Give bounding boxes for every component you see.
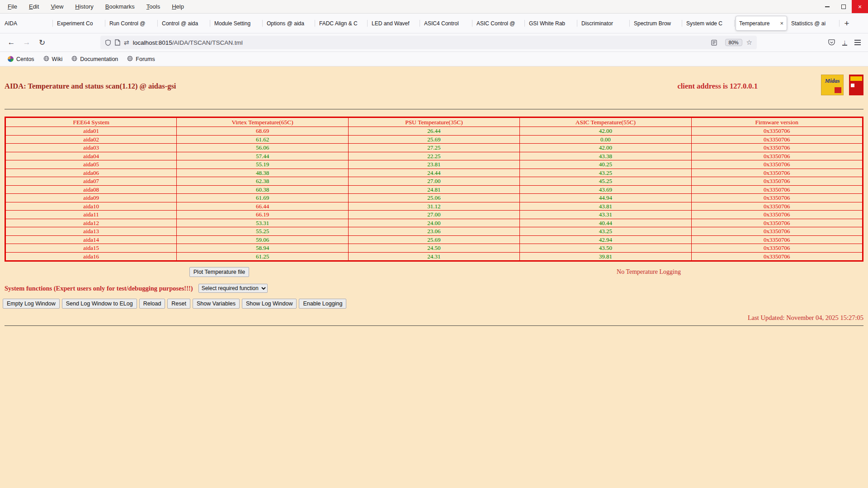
tab-options-aida[interactable]: Options @ aida bbox=[264, 16, 315, 31]
tab-run-control[interactable]: Run Control @ bbox=[106, 16, 158, 31]
menu-help[interactable]: Help bbox=[166, 0, 190, 14]
divider-bottom bbox=[5, 325, 863, 326]
https-arrows-icon[interactable]: ⇄ bbox=[124, 39, 129, 46]
menu-edit[interactable]: Edit bbox=[23, 0, 45, 14]
tab-label: ASIC Control @ bbox=[476, 20, 522, 27]
asic-temperature: 43.31 bbox=[520, 211, 691, 219]
tab-temperature[interactable]: Temperature× bbox=[736, 16, 787, 31]
site-info-icon[interactable] bbox=[115, 39, 120, 46]
psu-temperature: 25.06 bbox=[348, 194, 519, 202]
tab-asic4-control[interactable]: ASIC4 Control bbox=[421, 16, 472, 31]
new-tab-button[interactable]: + bbox=[840, 17, 854, 30]
table-row: aida1066.4431.1243.810x3350706 bbox=[5, 202, 863, 211]
psu-temperature: 27.00 bbox=[348, 211, 519, 219]
send-log-window-to-elog-button[interactable]: Send Log Window to ELog bbox=[62, 299, 137, 309]
fee64-name: aida03 bbox=[5, 144, 177, 152]
tab-experiment-co[interactable]: Experiment Co bbox=[54, 16, 105, 31]
menu-file[interactable]: File bbox=[2, 0, 23, 14]
bookmark-centos[interactable]: Centos bbox=[5, 55, 38, 64]
table-row: aida0168.6926.4442.000x3350706 bbox=[5, 127, 863, 136]
tab-system-wide-c[interactable]: System wide C bbox=[683, 16, 735, 31]
reader-mode-icon[interactable] bbox=[711, 40, 717, 46]
menu-bookmarks[interactable]: Bookmarks bbox=[99, 0, 141, 14]
virtex-temperature: 53.31 bbox=[177, 219, 348, 227]
menu-tools[interactable]: Tools bbox=[141, 0, 166, 14]
bookmark-wiki[interactable]: Wiki bbox=[40, 54, 66, 64]
asic-temperature: 43.50 bbox=[520, 244, 691, 253]
tab-module-setting[interactable]: Module Setting bbox=[211, 16, 263, 31]
firmware-version: 0x3350706 bbox=[691, 152, 863, 160]
divider-top bbox=[5, 109, 863, 110]
url-bar[interactable]: ⇄ localhost:8015/AIDA/TSCAN/TSCAN.tml 80… bbox=[100, 36, 757, 49]
tab-label: Statistics @ ai bbox=[791, 20, 836, 27]
column-header-asic-temperature-55c: ASIC Temperature(55C) bbox=[520, 117, 691, 127]
asic-temperature: 42.00 bbox=[520, 144, 691, 152]
bookmark-documentation[interactable]: Documentation bbox=[68, 54, 121, 64]
system-functions-row: System functions (Expert users only for … bbox=[5, 284, 863, 293]
asic-temperature: 45.25 bbox=[520, 177, 691, 186]
fee64-name: aida06 bbox=[5, 169, 177, 177]
bookmark-star-icon[interactable]: ☆ bbox=[746, 38, 752, 47]
table-row: aida0356.0627.2542.000x3350706 bbox=[5, 144, 863, 152]
bookmark-forums[interactable]: Forums bbox=[124, 54, 158, 64]
reload-button[interactable]: Reload bbox=[139, 299, 165, 309]
psu-temperature: 24.31 bbox=[348, 252, 519, 261]
tab-statistics-ai[interactable]: Statistics @ ai bbox=[788, 16, 840, 31]
reset-button[interactable]: Reset bbox=[167, 299, 190, 309]
tab-asic-control[interactable]: ASIC Control @ bbox=[473, 16, 525, 31]
minimize-button[interactable] bbox=[819, 0, 835, 13]
show-log-window-button[interactable]: Show Log Window bbox=[242, 299, 297, 309]
close-window-button[interactable]: × bbox=[852, 0, 868, 13]
shield-icon[interactable] bbox=[105, 39, 111, 46]
menu-view[interactable]: View bbox=[45, 0, 69, 14]
forward-button[interactable]: → bbox=[19, 36, 34, 49]
virtex-temperature: 48.38 bbox=[177, 169, 348, 177]
system-functions-label: System functions (Expert users only for … bbox=[5, 285, 193, 292]
bookmark-label: Documentation bbox=[80, 56, 118, 62]
fee64-name: aida05 bbox=[5, 160, 177, 169]
pocket-icon[interactable] bbox=[828, 39, 835, 46]
url-text[interactable]: localhost:8015/AIDA/TSCAN/TSCAN.tml bbox=[133, 39, 711, 46]
psu-temperature: 27.00 bbox=[348, 177, 519, 186]
zoom-level-badge[interactable]: 80% bbox=[725, 39, 742, 46]
action-buttons-row: Empty Log WindowSend Log Window to ELogR… bbox=[3, 299, 863, 309]
tab-led-and-wavef[interactable]: LED and Wavef bbox=[368, 16, 420, 31]
virtex-temperature: 66.19 bbox=[177, 211, 348, 219]
tab-discriminator[interactable]: Discriminator bbox=[578, 16, 630, 31]
empty-log-window-button[interactable]: Empty Log Window bbox=[3, 299, 60, 309]
download-icon[interactable]: ↓ bbox=[842, 40, 847, 46]
tab-aida[interactable]: AIDA bbox=[1, 16, 53, 31]
last-updated-row: Last Updated: November 04, 2025 15:27:05 bbox=[5, 314, 863, 322]
show-variables-button[interactable]: Show Variables bbox=[193, 299, 240, 309]
tab-control-aida[interactable]: Control @ aida bbox=[159, 16, 210, 31]
tab-spectrum-brow[interactable]: Spectrum Brow bbox=[631, 16, 682, 31]
fee64-name: aida07 bbox=[5, 177, 177, 186]
psu-temperature: 25.69 bbox=[348, 235, 519, 244]
asic-temperature: 44.94 bbox=[520, 194, 691, 202]
firmware-version: 0x3350706 bbox=[691, 202, 863, 211]
menu-hamburger-icon[interactable] bbox=[854, 40, 861, 45]
firmware-version: 0x3350706 bbox=[691, 177, 863, 186]
toolbar-right-icons: ↓ bbox=[828, 39, 864, 46]
enable-logging-button[interactable]: Enable Logging bbox=[299, 299, 346, 309]
fee64-name: aida13 bbox=[5, 227, 177, 236]
table-row: aida1166.1927.0043.310x3350706 bbox=[5, 211, 863, 219]
reload-button[interactable]: ↻ bbox=[34, 36, 50, 49]
plot-temperature-file-button[interactable]: Plot Temperature file bbox=[189, 267, 249, 277]
maximize-button[interactable] bbox=[835, 0, 852, 13]
menu-history[interactable]: History bbox=[69, 0, 99, 14]
fee64-name: aida11 bbox=[5, 211, 177, 219]
midas-logo-text: Midas bbox=[821, 75, 843, 87]
frs-logo bbox=[849, 75, 863, 95]
fee64-name: aida15 bbox=[5, 244, 177, 253]
column-header-fee64-system: FEE64 System bbox=[5, 117, 177, 127]
fee64-name: aida09 bbox=[5, 194, 177, 202]
back-button[interactable]: ← bbox=[4, 36, 19, 49]
tab-close-icon[interactable]: × bbox=[780, 20, 783, 27]
tab-fadc-align-c[interactable]: FADC Align & C bbox=[316, 16, 368, 31]
function-select[interactable]: Select required function bbox=[198, 284, 268, 293]
centos-icon bbox=[8, 56, 14, 62]
globe-icon bbox=[71, 56, 77, 63]
tab-gsi-white-rab[interactable]: GSI White Rab bbox=[526, 16, 577, 31]
temperature-table: FEE64 SystemVirtex Temperature(65C)PSU T… bbox=[5, 117, 863, 262]
